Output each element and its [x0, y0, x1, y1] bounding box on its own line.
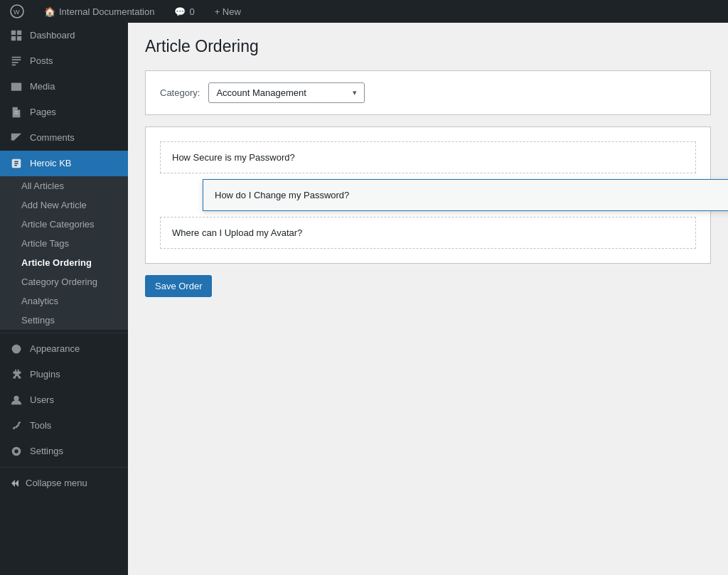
category-label: Category: [160, 87, 200, 98]
heroickb-submenu: All Articles Add New Article Article Cat… [0, 176, 128, 330]
save-order-button[interactable]: Save Order [145, 275, 212, 297]
sidebar-item-settings[interactable]: Settings [0, 439, 128, 464]
submenu-article-categories[interactable]: Article Categories [0, 215, 128, 234]
new-label: + New [215, 6, 241, 17]
svg-rect-4 [11, 36, 16, 41]
submenu-category-ordering[interactable]: Category Ordering [0, 272, 128, 291]
sidebar-label-heroickb: Heroic KB [30, 158, 72, 170]
article-title-1: How Secure is my Password? [172, 152, 295, 163]
content-wrap: Dashboard Posts Media Pages Comments Her… [0, 23, 728, 575]
comments-button[interactable]: 💬 0 [170, 0, 198, 23]
submenu-all-articles[interactable]: All Articles [0, 176, 128, 195]
sidebar-item-tools[interactable]: Tools [0, 413, 128, 439]
sidebar-item-pages[interactable]: Pages [0, 100, 128, 125]
category-select[interactable]: Account Management ▾ [208, 82, 365, 103]
sidebar-item-dashboard[interactable]: Dashboard [0, 23, 128, 48]
svg-rect-3 [17, 31, 21, 35]
sidebar-item-plugins[interactable]: Plugins [0, 362, 128, 387]
collapse-menu-label: Collapse menu [26, 478, 87, 488]
home-icon: 🏠 [44, 6, 55, 17]
comments-count: 0 [189, 6, 194, 17]
submenu-analytics[interactable]: Analytics [0, 291, 128, 311]
sidebar-label-media: Media [30, 81, 55, 93]
svg-rect-5 [17, 36, 21, 41]
category-row: Category: Account Management ▾ [145, 70, 711, 115]
sidebar-item-appearance[interactable]: Appearance [0, 336, 128, 362]
sidebar-item-media[interactable]: Media [0, 74, 128, 100]
sidebar-label-settings: Settings [30, 446, 63, 458]
article-item-1[interactable]: How Secure is my Password? [160, 141, 696, 173]
admin-sidebar: Dashboard Posts Media Pages Comments Her… [0, 23, 128, 575]
sidebar-label-posts: Posts [30, 55, 53, 68]
collapse-menu-button[interactable]: Collapse menu [0, 471, 128, 495]
submenu-settings[interactable]: Settings [0, 311, 128, 330]
wp-logo-button[interactable]: W [6, 0, 28, 23]
sidebar-item-users[interactable]: Users [0, 387, 128, 413]
article-ordering-list: How Secure is my Password? How do I Chan… [145, 127, 711, 264]
sidebar-label-pages: Pages [30, 107, 56, 119]
comments-icon: 💬 [174, 6, 186, 17]
page-title: Article Ordering [145, 37, 711, 56]
article-title-3: Where can I Upload my Avatar? [172, 227, 302, 238]
site-name: Internal Documentation [59, 6, 154, 17]
svg-point-15 [14, 396, 18, 401]
article-item-3[interactable]: Where can I Upload my Avatar? [160, 217, 696, 249]
article-item-2[interactable]: How do I Change my Password? [203, 179, 728, 211]
category-value: Account Management [216, 87, 306, 98]
sidebar-item-heroickb[interactable]: Heroic KB [0, 151, 128, 176]
sidebar-label-dashboard: Dashboard [30, 30, 75, 42]
main-content: Article Ordering Category: Account Manag… [128, 23, 728, 575]
svg-rect-2 [11, 31, 16, 35]
svg-text:W: W [14, 9, 20, 16]
submenu-add-new-article[interactable]: Add New Article [0, 195, 128, 215]
svg-point-14 [12, 345, 21, 354]
sidebar-label-tools: Tools [30, 420, 51, 432]
article-title-2: How do I Change my Password? [215, 190, 349, 200]
sidebar-label-plugins: Plugins [30, 369, 60, 381]
admin-bar: W 🏠 Internal Documentation 💬 0 + New [0, 0, 728, 23]
home-button[interactable]: 🏠 Internal Documentation [40, 0, 159, 23]
new-content-button[interactable]: + New [210, 0, 245, 23]
sidebar-item-comments[interactable]: Comments [0, 125, 128, 151]
sidebar-item-posts[interactable]: Posts [0, 48, 128, 74]
submenu-article-tags[interactable]: Article Tags [0, 234, 128, 253]
submenu-article-ordering[interactable]: Article Ordering [0, 253, 128, 272]
sidebar-label-comments: Comments [30, 132, 75, 144]
sidebar-label-appearance: Appearance [30, 343, 80, 355]
chevron-down-icon: ▾ [353, 88, 357, 97]
sidebar-label-users: Users [30, 394, 54, 407]
